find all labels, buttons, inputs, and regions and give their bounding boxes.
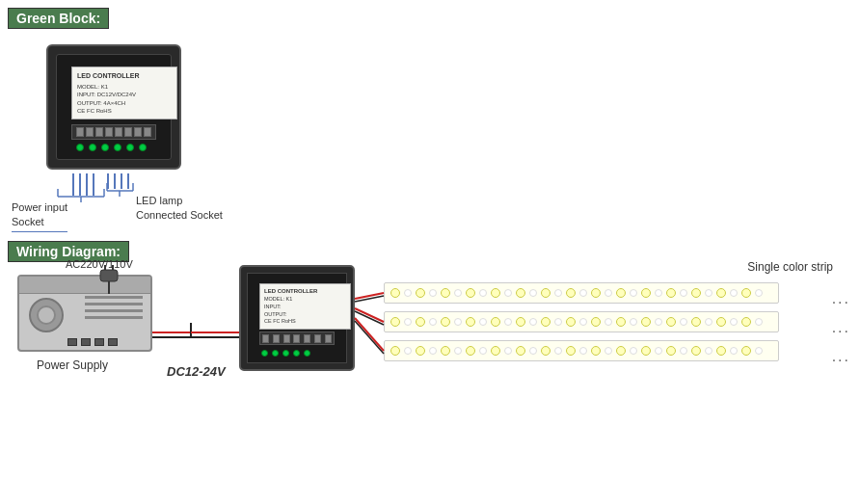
svg-line-25 (355, 293, 384, 299)
s1-led-16 (579, 289, 587, 297)
s3-led-29 (741, 346, 751, 356)
s3-led-15 (566, 346, 576, 356)
s3-led-18 (605, 347, 612, 355)
strip-2-leds (385, 317, 763, 327)
ps-top (19, 277, 150, 294)
strip-2-dots: ... (832, 319, 850, 336)
s3-led-26 (705, 347, 712, 355)
s1-led-22 (655, 289, 662, 297)
s1-led-15 (566, 288, 576, 298)
s1-led-14 (554, 289, 562, 297)
s1-led-1 (390, 288, 400, 298)
strip-label: Single color strip (747, 260, 833, 274)
ctrl-title-top: LED CONTROLLER (77, 71, 172, 81)
s3-led-9 (491, 346, 500, 356)
strip-1-dots: ... (832, 290, 850, 307)
s3-led-30 (755, 347, 763, 355)
s2-led-22 (655, 318, 662, 326)
s3-led-2 (404, 347, 412, 355)
s2-led-23 (666, 317, 676, 327)
s3-led-13 (541, 346, 551, 356)
s1-led-12 (529, 289, 537, 297)
cw-pin-6 (314, 334, 321, 343)
svg-line-29 (355, 311, 384, 325)
s1-led-17 (591, 288, 601, 298)
s2-led-19 (616, 317, 626, 327)
s2-led-13 (541, 317, 551, 327)
s1-led-21 (641, 288, 651, 298)
s1-led-26 (705, 289, 712, 297)
ac-label: AC220V/110V (66, 258, 133, 270)
dc-label: DC12-24V (167, 364, 226, 379)
led-strip-1 (384, 282, 779, 304)
ctrl-input-top: INPUT: DC12V/DC24V (77, 91, 172, 98)
green-block-header: Green Block: (8, 8, 109, 29)
connector-pin-8 (144, 127, 151, 137)
led-strip-3 (384, 340, 779, 361)
vent-3 (85, 309, 143, 312)
ps-text-label: Power Supply (37, 358, 108, 372)
led-lamp-label: LED lamp Connected Socket (136, 194, 223, 224)
s2-led-8 (479, 318, 487, 326)
s3-led-3 (416, 346, 425, 356)
ps-vents (85, 296, 143, 319)
ctrl-model-top: MODEL: K1 (77, 83, 172, 91)
strip-3-dots: ... (832, 348, 850, 365)
connector-pin-3 (95, 127, 103, 137)
s1-led-25 (691, 288, 701, 298)
cw-cert: CE FC RoHS (264, 318, 346, 326)
s3-led-7 (466, 346, 475, 356)
s1-led-28 (730, 289, 738, 297)
s1-led-10 (504, 289, 512, 297)
s1-led-23 (666, 288, 676, 298)
cw-pin-3 (283, 334, 290, 343)
connector-pin-6 (124, 127, 132, 137)
s2-led-29 (741, 317, 751, 327)
s2-led-21 (641, 317, 651, 327)
terminal-1 (67, 338, 77, 346)
s3-led-27 (716, 346, 726, 356)
led-3 (101, 144, 109, 151)
s3-led-23 (666, 346, 676, 356)
ctrl-output-top: OUTPUT: 4A×4CH (77, 99, 172, 107)
s2-led-6 (454, 318, 462, 326)
s2-led-7 (466, 317, 475, 327)
cw-input: INPUT: (264, 304, 346, 311)
s3-led-25 (691, 346, 701, 356)
terminal-3 (94, 338, 104, 346)
s1-led-4 (429, 289, 437, 297)
s1-led-18 (605, 289, 612, 297)
s3-led-20 (630, 347, 637, 355)
s2-led-17 (591, 317, 601, 327)
svg-line-30 (355, 321, 384, 354)
s2-led-11 (516, 317, 525, 327)
svg-line-28 (355, 296, 384, 302)
controller-connectors-top (71, 124, 156, 140)
led-strip-2 (384, 311, 779, 332)
s1-led-19 (616, 288, 626, 298)
controller-wiring: LED CONTROLLER MODEL: K1 INPUT: OUTPUT: … (239, 265, 355, 371)
led-4 (114, 144, 121, 151)
s2-led-20 (630, 318, 637, 326)
socket-text: Socket (12, 215, 67, 231)
s3-led-4 (429, 347, 437, 355)
cw-label-box: LED CONTROLLER MODEL: K1 INPUT: OUTPUT: … (259, 283, 351, 330)
led-6 (139, 144, 147, 151)
controller-label-top: LED CONTROLLER MODEL: K1 INPUT: DC12V/DC… (71, 66, 177, 119)
s3-led-17 (591, 346, 601, 356)
s3-led-1 (390, 346, 400, 356)
s2-led-2 (404, 318, 412, 326)
cw-pin-7 (325, 334, 332, 343)
vent-1 (85, 296, 143, 299)
cw-pin-2 (273, 334, 280, 343)
connected-socket-text: Connected Socket (136, 208, 223, 223)
cw-title: LED CONTROLLER (264, 287, 346, 295)
connector-pin-1 (76, 127, 84, 137)
power-supply-box (17, 275, 152, 352)
cw-led-5 (304, 350, 310, 357)
s3-led-21 (641, 346, 651, 356)
cw-pin-1 (262, 334, 269, 343)
s1-led-7 (466, 288, 475, 298)
s1-led-30 (755, 289, 763, 297)
led-5 (126, 144, 134, 151)
